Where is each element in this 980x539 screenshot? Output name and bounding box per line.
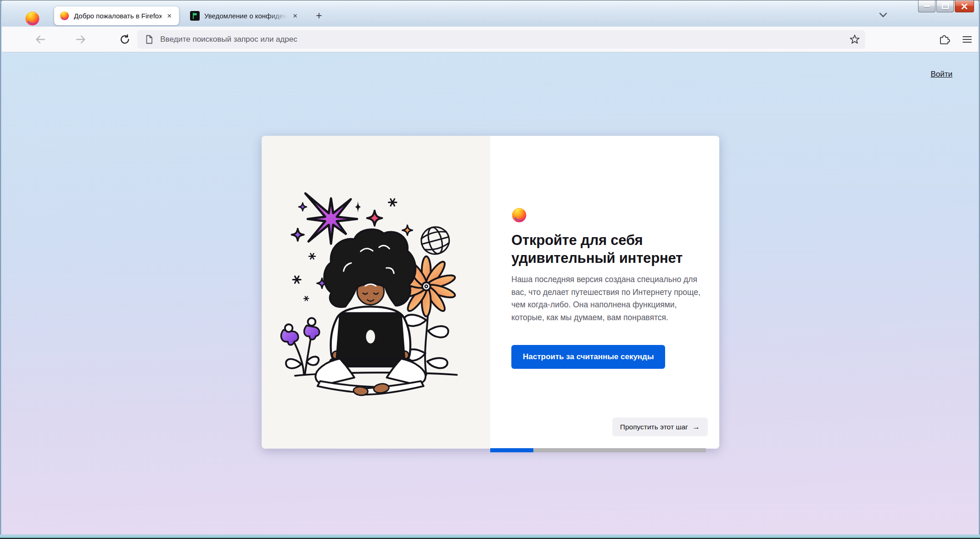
privacy-flag-favicon-icon [190,11,200,21]
new-tab-button[interactable]: + [311,8,327,24]
onboarding-card: Откройте для себя удивительный интернет … [262,136,719,449]
onboarding-content-pane: Откройте для себя удивительный интернет … [490,136,719,449]
url-bar[interactable]: Введите поисковый запрос или адрес [137,30,865,49]
hamburger-menu-icon[interactable] [957,29,977,50]
tab-privacy-notice[interactable]: Уведомление о конфиденциа × [185,6,305,25]
firefox-app-icon [25,11,40,26]
extensions-puzzle-icon[interactable] [934,29,954,50]
tab-strip: Добро пожаловать в Firefox × Уведомление… [54,6,327,25]
arrow-right-icon: → [692,423,700,431]
close-icon [961,4,968,9]
minimize-button[interactable] [918,0,935,12]
firefox-favicon-icon [60,11,69,21]
page-icon [144,34,155,45]
close-button[interactable] [955,0,974,12]
card-body-text: Наша последняя версия создана специально… [511,273,706,324]
person-laptop-illustration [268,180,484,405]
onboarding-progress-track [490,448,706,452]
tab-close-icon[interactable]: × [163,10,175,22]
firefox-logo-icon [511,207,527,223]
setup-primary-button[interactable]: Настроить за считанные секунды [511,345,665,369]
window-controls [918,0,974,12]
back-button[interactable] [30,29,50,50]
titlebar: Добро пожаловать в Firefox × Уведомление… [0,0,980,27]
illustration-pane [262,136,490,449]
firefox-window: Добро пожаловать в Firefox × Уведомление… [0,0,980,539]
skip-step-label: Пропустить этот шаг [620,423,688,431]
tab-welcome-label: Добро пожаловать в Firefox [74,12,162,20]
progress-fill [490,448,533,452]
navigation-toolbar: Введите поисковый запрос или адрес [0,27,980,52]
bookmark-star-icon[interactable] [847,32,862,47]
welcome-page: Войти [0,52,980,539]
url-placeholder: Введите поисковый запрос или адрес [160,35,847,44]
maximize-button[interactable] [936,0,954,12]
minimize-icon [924,6,930,7]
sign-in-link[interactable]: Войти [930,70,952,79]
tab-welcome[interactable]: Добро пожаловать в Firefox × [54,6,179,25]
forward-button[interactable] [71,29,91,50]
tab-privacy-label: Уведомление о конфиденциа [204,12,287,20]
tab-close-icon[interactable]: × [289,10,301,22]
maximize-icon [942,3,949,9]
skip-step-button[interactable]: Пропустить этот шаг → [612,417,708,436]
card-heading: Откройте для себя удивительный интернет [511,231,706,267]
tab-overflow-chevron-icon[interactable] [873,8,893,22]
reload-button[interactable] [115,29,135,50]
